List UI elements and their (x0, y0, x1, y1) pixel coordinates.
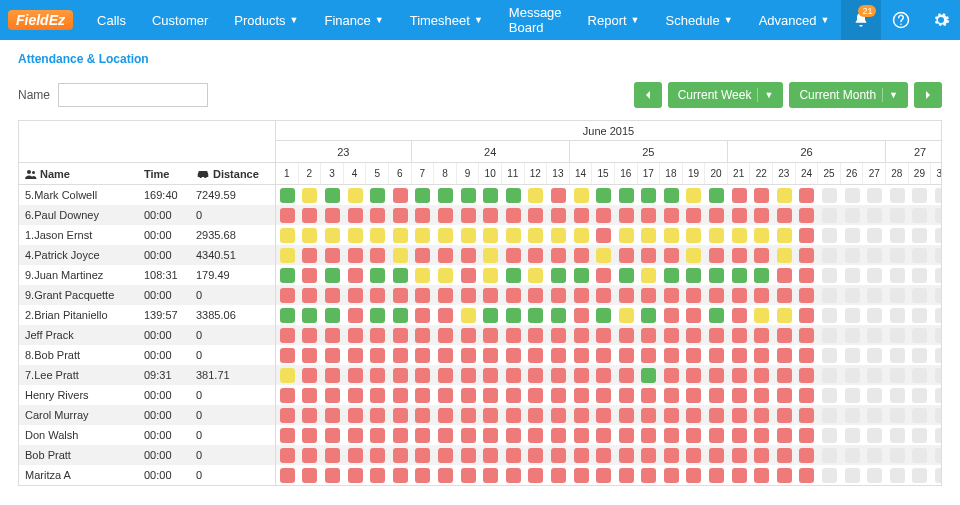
attendance-cell[interactable] (660, 348, 683, 363)
attendance-cell[interactable] (796, 328, 819, 343)
attendance-cell[interactable] (479, 288, 502, 303)
attendance-cell[interactable] (434, 288, 457, 303)
attendance-cell[interactable] (931, 368, 941, 383)
attendance-cell[interactable] (344, 408, 367, 423)
attendance-cell[interactable] (412, 308, 435, 323)
attendance-cell[interactable] (638, 228, 661, 243)
attendance-cell[interactable] (705, 268, 728, 283)
attendance-cell[interactable] (389, 348, 412, 363)
attendance-cell[interactable] (276, 448, 299, 463)
attendance-cell[interactable] (886, 348, 909, 363)
attendance-cell[interactable] (750, 428, 773, 443)
attendance-cell[interactable] (276, 348, 299, 363)
attendance-cell[interactable] (434, 268, 457, 283)
attendance-cell[interactable] (321, 348, 344, 363)
attendance-cell[interactable] (344, 188, 367, 203)
attendance-cell[interactable] (570, 368, 593, 383)
nav-customer[interactable]: Customer (140, 0, 220, 46)
attendance-cell[interactable] (592, 248, 615, 263)
attendance-cell[interactable] (457, 348, 480, 363)
attendance-cell[interactable] (299, 408, 322, 423)
attendance-cell[interactable] (773, 428, 796, 443)
attendance-cell[interactable] (321, 388, 344, 403)
attendance-cell[interactable] (592, 308, 615, 323)
attendance-cell[interactable] (705, 368, 728, 383)
attendance-cell[interactable] (931, 388, 941, 403)
attendance-cell[interactable] (886, 428, 909, 443)
person-row[interactable]: 6.Paul Downey00:000 (19, 205, 275, 225)
attendance-cell[interactable] (638, 288, 661, 303)
attendance-cell[interactable] (660, 468, 683, 483)
attendance-cell[interactable] (457, 468, 480, 483)
attendance-cell[interactable] (525, 428, 548, 443)
attendance-cell[interactable] (276, 228, 299, 243)
attendance-cell[interactable] (841, 228, 864, 243)
attendance-cell[interactable] (750, 248, 773, 263)
attendance-cell[interactable] (886, 368, 909, 383)
attendance-cell[interactable] (773, 228, 796, 243)
attendance-cell[interactable] (796, 228, 819, 243)
attendance-cell[interactable] (909, 188, 932, 203)
attendance-cell[interactable] (773, 468, 796, 483)
attendance-cell[interactable] (592, 468, 615, 483)
attendance-cell[interactable] (660, 188, 683, 203)
attendance-cell[interactable] (479, 228, 502, 243)
attendance-cell[interactable] (389, 428, 412, 443)
next-period-button[interactable] (914, 82, 942, 108)
attendance-cell[interactable] (570, 348, 593, 363)
attendance-cell[interactable] (299, 188, 322, 203)
attendance-cell[interactable] (931, 348, 941, 363)
attendance-cell[interactable] (818, 468, 841, 483)
attendance-cell[interactable] (366, 368, 389, 383)
attendance-cell[interactable] (931, 268, 941, 283)
attendance-cell[interactable] (750, 408, 773, 423)
person-row[interactable]: Bob Pratt00:000 (19, 445, 275, 465)
attendance-cell[interactable] (321, 328, 344, 343)
attendance-cell[interactable] (728, 248, 751, 263)
attendance-cell[interactable] (412, 408, 435, 423)
attendance-cell[interactable] (773, 368, 796, 383)
attendance-cell[interactable] (886, 228, 909, 243)
attendance-cell[interactable] (796, 308, 819, 323)
attendance-cell[interactable] (750, 448, 773, 463)
attendance-cell[interactable] (750, 208, 773, 223)
attendance-cell[interactable] (366, 408, 389, 423)
attendance-cell[interactable] (705, 468, 728, 483)
attendance-cell[interactable] (863, 308, 886, 323)
attendance-cell[interactable] (841, 468, 864, 483)
current-week-button[interactable]: Current Week ▼ (668, 82, 784, 108)
attendance-cell[interactable] (321, 268, 344, 283)
attendance-cell[interactable] (570, 448, 593, 463)
attendance-cell[interactable] (434, 408, 457, 423)
attendance-cell[interactable] (818, 268, 841, 283)
person-row[interactable]: 9.Grant Pacquette00:000 (19, 285, 275, 305)
attendance-cell[interactable] (750, 468, 773, 483)
attendance-cell[interactable] (389, 188, 412, 203)
nav-report[interactable]: Report▼ (576, 0, 652, 46)
attendance-cell[interactable] (705, 448, 728, 463)
attendance-cell[interactable] (276, 468, 299, 483)
attendance-cell[interactable] (863, 328, 886, 343)
attendance-cell[interactable] (773, 268, 796, 283)
attendance-cell[interactable] (615, 368, 638, 383)
attendance-cell[interactable] (931, 468, 941, 483)
attendance-cell[interactable] (931, 328, 941, 343)
attendance-cell[interactable] (389, 288, 412, 303)
attendance-cell[interactable] (389, 268, 412, 283)
name-filter-input[interactable] (58, 83, 208, 107)
attendance-cell[interactable] (592, 208, 615, 223)
attendance-cell[interactable] (525, 308, 548, 323)
attendance-cell[interactable] (547, 348, 570, 363)
attendance-cell[interactable] (525, 328, 548, 343)
attendance-cell[interactable] (773, 188, 796, 203)
attendance-cell[interactable] (705, 348, 728, 363)
attendance-cell[interactable] (276, 188, 299, 203)
attendance-cell[interactable] (479, 448, 502, 463)
attendance-cell[interactable] (502, 448, 525, 463)
attendance-cell[interactable] (909, 248, 932, 263)
attendance-cell[interactable] (660, 428, 683, 443)
attendance-cell[interactable] (502, 388, 525, 403)
attendance-cell[interactable] (412, 348, 435, 363)
attendance-cell[interactable] (457, 308, 480, 323)
attendance-cell[interactable] (366, 228, 389, 243)
